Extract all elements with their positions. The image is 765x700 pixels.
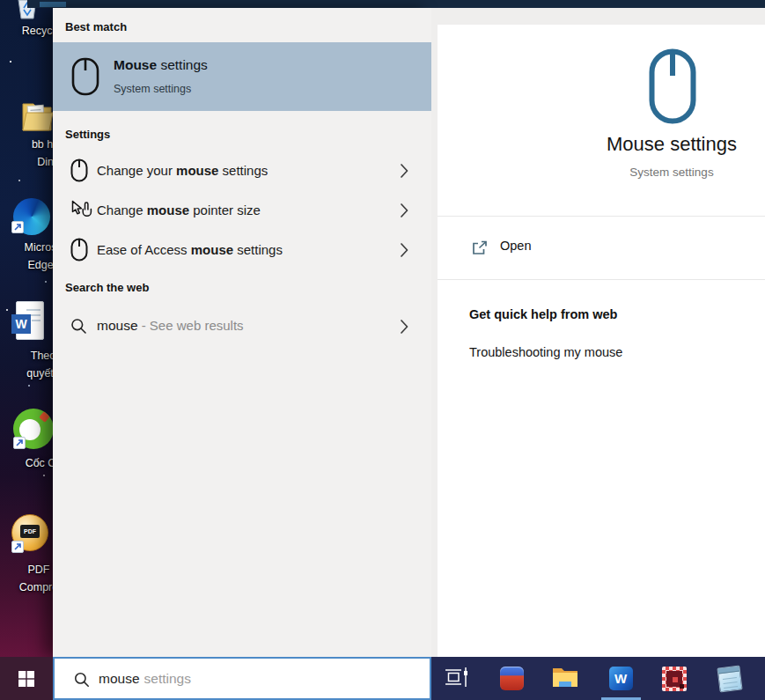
word-logo: W [11, 314, 31, 334]
result-change-your-mouse-settings[interactable]: Change your mouse settings [53, 151, 431, 190]
taskbar-app-red-blue[interactable] [490, 657, 533, 700]
best-match-title: Mouse settings [114, 57, 208, 73]
result-label: mouse - See web results [97, 305, 244, 347]
desktop: Recycle bb hop Dinh [0, 0, 53, 657]
desktop-icon-folder[interactable]: bb hop Dinh [21, 99, 53, 134]
word-document-icon: W [16, 301, 44, 340]
best-match-header: Best match [65, 20, 127, 33]
word-icon: W [609, 667, 633, 690]
chevron-right-icon [401, 164, 408, 181]
windows-logo-icon [18, 671, 34, 690]
preview-subtitle: System settings [522, 166, 765, 179]
chevron-right-icon [401, 243, 408, 261]
result-label: Change mouse pointer size [97, 190, 261, 230]
pointer-size-icon [70, 200, 92, 225]
search-icon [74, 672, 90, 691]
result-see-web-results[interactable]: mouse - See web results [53, 305, 431, 347]
recycle-bin-icon [14, 7, 40, 22]
screen: Recycle bb hop Dinh [0, 0, 765, 700]
taskbar: mousesettings [0, 657, 765, 700]
web-section-header: Search the web [65, 281, 149, 294]
desktop-icon-coccoc[interactable]: Cốc C [13, 409, 54, 449]
taskbar-notepad[interactable] [709, 657, 751, 700]
quick-help-header: Get quick help from web [469, 307, 617, 321]
folder-icon [21, 99, 53, 134]
preview-title: Mouse settings [522, 133, 765, 156]
search-query-text: mousesettings [99, 659, 191, 698]
start-button[interactable] [0, 657, 53, 700]
open-label: Open [500, 239, 531, 253]
taskbar-word[interactable]: W [599, 657, 642, 700]
desktop-icon-pdf-compressor[interactable]: PDF PDF Compre [11, 514, 48, 551]
troubleshoot-link[interactable]: Troubleshooting my mouse [469, 345, 622, 359]
chevron-right-icon [401, 203, 408, 221]
open-external-icon [471, 240, 488, 260]
preview-card: Mouse settings System settings Open Get … [438, 25, 765, 657]
settings-section-header: Settings [65, 128, 110, 141]
task-view-button[interactable] [435, 657, 477, 700]
search-icon [70, 318, 87, 338]
taskbar-app-red-grid[interactable] [653, 657, 695, 700]
taskbar-file-explorer[interactable] [544, 657, 586, 700]
search-results-panel: Best match Mouse settings System setting… [53, 8, 431, 657]
notepad-icon [717, 665, 742, 692]
chevron-right-icon [401, 320, 408, 337]
mouse-icon [70, 158, 88, 186]
open-action[interactable]: Open [438, 217, 765, 279]
best-match-subtitle: System settings [114, 83, 191, 95]
mouse-icon [71, 57, 99, 99]
file-explorer-icon [552, 666, 578, 691]
desktop-icon-word-doc[interactable]: W Theo quyết t [16, 301, 44, 340]
search-suggestion-text: settings [144, 671, 191, 686]
background-window-accent [40, 2, 66, 7]
result-ease-of-access-mouse-settings[interactable]: Ease of Access mouse settings [53, 230, 431, 269]
task-view-icon [444, 666, 468, 692]
result-label: Ease of Access mouse settings [97, 230, 283, 269]
divider [438, 279, 765, 280]
best-match-result[interactable]: Mouse settings System settings [53, 42, 431, 111]
pdf-logo: PDF [20, 525, 40, 538]
result-change-mouse-pointer-size[interactable]: Change mouse pointer size [53, 190, 431, 230]
red-grid-app-icon [662, 667, 687, 691]
desktop-icon-edge[interactable]: Micros Edge [13, 198, 50, 235]
preview-panel: Mouse settings System settings Open Get … [431, 8, 765, 657]
mouse-icon [70, 238, 88, 265]
shortcut-arrow-icon [11, 541, 24, 553]
result-label: Change your mouse settings [97, 151, 268, 190]
mouse-icon-large [649, 48, 696, 128]
shortcut-arrow-icon [13, 437, 26, 449]
taskbar-search-input[interactable]: mousesettings [53, 657, 431, 700]
red-blue-app-icon [500, 667, 524, 690]
background-window-edge [27, 0, 765, 8]
shortcut-arrow-icon [11, 221, 24, 233]
